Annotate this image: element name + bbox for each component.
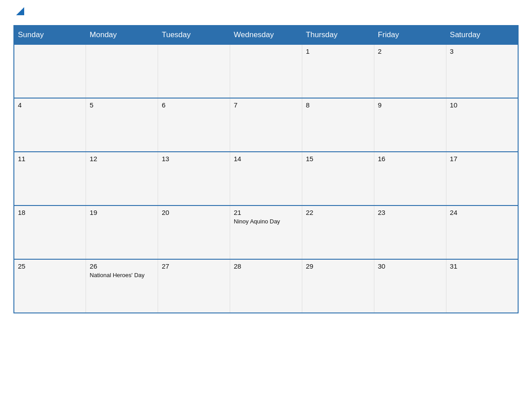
calendar-week-row: 123 <box>14 44 518 98</box>
calendar-cell: 4 <box>14 98 86 152</box>
day-number: 20 <box>162 209 226 216</box>
calendar-cell: 6 <box>158 98 230 152</box>
calendar-cell: 2 <box>374 44 446 98</box>
day-number: 18 <box>18 209 82 216</box>
day-number: 6 <box>162 101 226 109</box>
header-sunday: Sunday <box>14 26 86 44</box>
header-tuesday: Tuesday <box>158 26 230 44</box>
day-number: 22 <box>306 209 370 216</box>
day-number: 11 <box>18 155 82 163</box>
logo-text-block <box>13 9 24 17</box>
logo-triangle-icon <box>14 7 24 17</box>
day-number: 21 <box>234 209 298 216</box>
calendar-cell: 26National Heroes' Day <box>86 259 158 313</box>
calendar-table: Sunday Monday Tuesday Wednesday Thursday… <box>13 25 519 313</box>
header-friday: Friday <box>374 26 446 44</box>
day-number: 28 <box>234 262 298 270</box>
calendar-cell: 29 <box>302 259 374 313</box>
svg-marker-0 <box>16 7 24 15</box>
calendar-cell: 14 <box>230 152 302 206</box>
day-number: 25 <box>18 262 82 270</box>
day-number: 4 <box>18 101 82 109</box>
calendar-cell: 8 <box>302 98 374 152</box>
day-number: 23 <box>378 209 442 216</box>
calendar-cell: 9 <box>374 98 446 152</box>
calendar-cell: 16 <box>374 152 446 206</box>
header-wednesday: Wednesday <box>230 26 302 44</box>
day-number: 17 <box>450 155 514 163</box>
holiday-label: Ninoy Aquino Day <box>234 218 298 225</box>
logo <box>13 9 24 17</box>
calendar-week-row: 45678910 <box>14 98 518 152</box>
day-number: 27 <box>162 262 226 270</box>
calendar-cell <box>230 44 302 98</box>
calendar-cell: 28 <box>230 259 302 313</box>
calendar-cell: 18 <box>14 206 86 259</box>
day-number: 2 <box>378 47 442 55</box>
day-number: 15 <box>306 155 370 163</box>
calendar-week-row: 2526National Heroes' Day2728293031 <box>14 259 518 313</box>
header-monday: Monday <box>86 26 158 44</box>
calendar-week-row: 11121314151617 <box>14 152 518 206</box>
day-number: 12 <box>90 155 154 163</box>
calendar-cell: 15 <box>302 152 374 206</box>
calendar-cell: 1 <box>302 44 374 98</box>
day-number: 29 <box>306 262 370 270</box>
header-thursday: Thursday <box>302 26 374 44</box>
header-saturday: Saturday <box>446 26 518 44</box>
day-number: 8 <box>306 101 370 109</box>
calendar-cell: 11 <box>14 152 86 206</box>
calendar-cell: 3 <box>446 44 518 98</box>
holiday-label: National Heroes' Day <box>90 272 154 278</box>
calendar-cell: 25 <box>14 259 86 313</box>
day-number: 3 <box>450 47 514 55</box>
day-number: 16 <box>378 155 442 163</box>
calendar-cell: 27 <box>158 259 230 313</box>
weekday-header-row: Sunday Monday Tuesday Wednesday Thursday… <box>14 26 518 44</box>
calendar-cell: 30 <box>374 259 446 313</box>
calendar-cell: 13 <box>158 152 230 206</box>
day-number: 9 <box>378 101 442 109</box>
calendar-cell: 10 <box>446 98 518 152</box>
calendar-cell: 19 <box>86 206 158 259</box>
day-number: 5 <box>90 101 154 109</box>
calendar-cell: 24 <box>446 206 518 259</box>
day-number: 10 <box>450 101 514 109</box>
day-number: 30 <box>378 262 442 270</box>
day-number: 26 <box>90 262 154 270</box>
calendar-cell <box>86 44 158 98</box>
calendar-cell: 5 <box>86 98 158 152</box>
day-number: 19 <box>90 209 154 216</box>
day-number: 7 <box>234 101 298 109</box>
day-number: 14 <box>234 155 298 163</box>
calendar-cell <box>14 44 86 98</box>
day-number: 1 <box>306 47 370 55</box>
day-number: 13 <box>162 155 226 163</box>
calendar-cell: 20 <box>158 206 230 259</box>
day-number: 24 <box>450 209 514 216</box>
calendar-week-row: 18192021Ninoy Aquino Day222324 <box>14 206 518 259</box>
day-number: 31 <box>450 262 514 270</box>
calendar-cell: 23 <box>374 206 446 259</box>
calendar-cell: 7 <box>230 98 302 152</box>
calendar-cell: 21Ninoy Aquino Day <box>230 206 302 259</box>
page-header <box>13 9 519 17</box>
calendar-cell: 17 <box>446 152 518 206</box>
calendar-cell: 31 <box>446 259 518 313</box>
calendar-cell: 12 <box>86 152 158 206</box>
calendar-cell: 22 <box>302 206 374 259</box>
calendar-cell <box>158 44 230 98</box>
